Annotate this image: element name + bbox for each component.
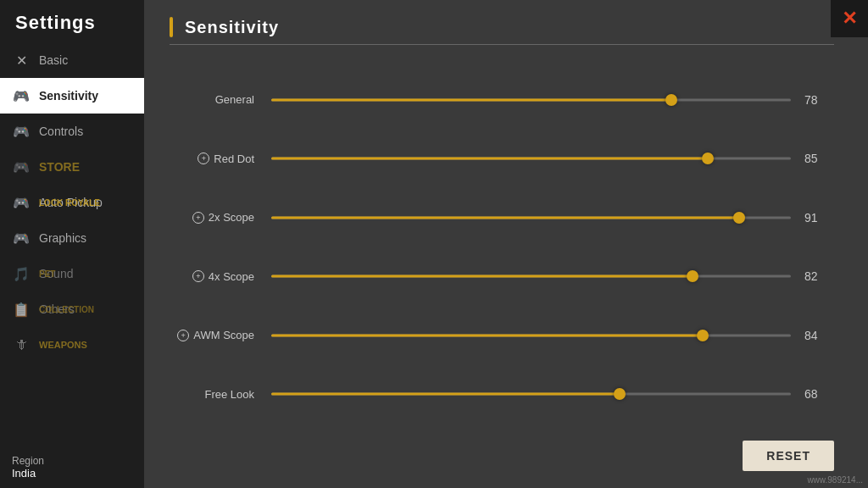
close-icon: ✕ xyxy=(842,9,857,28)
slider-label-red-dot: +Red Dot xyxy=(170,152,254,165)
region-label: Region xyxy=(12,455,132,467)
sidebar-item-graphics[interactable]: 🎮 Graphics xyxy=(0,220,144,256)
sidebar-item-label-sound: Sound xyxy=(39,267,73,280)
sidebar-item-label-weapons: WEAPONS xyxy=(39,340,87,350)
graphics-icon: 🎮 xyxy=(12,229,31,247)
sidebar-item-weapons[interactable]: 🗡 WEAPONS xyxy=(0,327,144,363)
sidebar-item-sensitivity[interactable]: 🎮 Sensitivity xyxy=(0,78,144,114)
weapons-icon: 🗡 xyxy=(12,336,31,354)
slider-thumb[interactable] xyxy=(614,388,626,400)
slider-row-free-look[interactable]: Free Look68 xyxy=(170,387,834,401)
controls-icon: 🎮 xyxy=(12,122,31,141)
sidebar-item-store[interactable]: 🎮 STORE xyxy=(0,149,144,185)
slider-track-red-dot[interactable] xyxy=(271,156,791,161)
sidebar-item-others[interactable]: 📋 Others COLLECTION xyxy=(0,291,144,327)
autopickup-icon: 🎮 xyxy=(12,193,31,212)
sidebar-item-label-graphics: Graphics xyxy=(39,231,86,245)
reset-button[interactable]: RESET xyxy=(743,441,834,471)
slider-row-red-dot[interactable]: +Red Dot85 xyxy=(170,152,834,165)
store-icon: 🎮 xyxy=(12,158,31,176)
scope-icon-2x-scope: + xyxy=(192,212,204,224)
slider-value-free-look: 68 xyxy=(804,387,834,401)
section-title: Sensitivity xyxy=(185,18,279,37)
slider-row-2x-scope[interactable]: +2x Scope91 xyxy=(170,211,834,225)
sidebar-item-label-basic: Basic xyxy=(39,53,68,67)
slider-track-4x-scope[interactable] xyxy=(271,274,791,279)
sliders-container: General78+Red Dot85+2x Scope91+4x Scope8… xyxy=(170,62,834,432)
slider-thumb[interactable] xyxy=(733,212,745,224)
sidebar-item-basic[interactable]: ✕ Basic xyxy=(0,42,144,78)
sound-icon: 🎵 xyxy=(12,264,31,283)
others-icon: 📋 xyxy=(12,300,31,319)
slider-value-2x-scope: 91 xyxy=(804,211,834,225)
section-header: Sensitivity xyxy=(170,17,834,45)
slider-label-general: General xyxy=(170,93,254,106)
slider-track-awm-scope[interactable] xyxy=(271,333,791,338)
slider-track-fill xyxy=(271,393,620,396)
app-title: Settings xyxy=(0,0,144,42)
sidebar-item-label-others: Others xyxy=(39,302,75,316)
scope-icon-4x-scope: + xyxy=(192,270,204,282)
slider-row-4x-scope[interactable]: +4x Scope82 xyxy=(170,269,834,283)
slider-track-general[interactable] xyxy=(271,97,791,103)
sidebar-item-controls[interactable]: 🎮 Controls xyxy=(0,114,144,149)
slider-thumb[interactable] xyxy=(697,330,709,341)
slider-track-fill xyxy=(271,98,671,101)
slider-track-2x-scope[interactable] xyxy=(271,215,791,220)
slider-thumb[interactable] xyxy=(702,152,714,164)
sidebar-item-label-controls: Controls xyxy=(39,125,83,138)
slider-label-awm-scope: +AWM Scope xyxy=(170,329,254,341)
watermark: www.989214... xyxy=(807,475,863,485)
slider-track-fill xyxy=(271,158,708,160)
slider-track-fill xyxy=(271,216,739,219)
slider-track-fill xyxy=(271,275,693,278)
slider-value-general: 78 xyxy=(804,93,834,107)
slider-row-awm-scope[interactable]: +AWM Scope84 xyxy=(170,329,834,342)
slider-label-4x-scope: +4x Scope xyxy=(170,270,254,283)
close-button[interactable]: ✕ xyxy=(831,0,868,37)
sidebar-item-sound[interactable]: 🎵 Sound PET xyxy=(0,256,144,291)
region-value: India xyxy=(12,467,132,480)
sidebar-item-autopickup[interactable]: 🎮 Auto Pickup LOCK ROYALE xyxy=(0,185,144,220)
sidebar-item-label-store: STORE xyxy=(39,160,80,174)
main-content: Sensitivity General78+Red Dot85+2x Scope… xyxy=(144,0,868,488)
sidebar: Settings ✕ Basic 🎮 Sensitivity 🎮 Control… xyxy=(0,0,144,488)
sidebar-bottom: Region India xyxy=(0,446,144,488)
reset-area: RESET xyxy=(170,432,834,471)
slider-value-red-dot: 85 xyxy=(804,152,834,165)
slider-thumb[interactable] xyxy=(665,94,677,106)
basic-icon: ✕ xyxy=(12,51,31,69)
slider-label-2x-scope: +2x Scope xyxy=(170,211,254,224)
slider-track-free-look[interactable] xyxy=(271,391,791,396)
slider-value-4x-scope: 82 xyxy=(804,269,834,283)
slider-row-general[interactable]: General78 xyxy=(170,93,834,107)
slider-track-fill xyxy=(271,334,703,336)
sidebar-item-label-autopickup: Auto Pickup xyxy=(39,196,103,209)
sidebar-item-label-sensitivity: Sensitivity xyxy=(39,89,98,103)
sensitivity-icon: 🎮 xyxy=(12,86,31,105)
scope-icon-awm-scope: + xyxy=(177,330,189,341)
slider-value-awm-scope: 84 xyxy=(804,329,834,342)
slider-thumb[interactable] xyxy=(687,270,698,282)
section-bar xyxy=(170,17,173,37)
scope-icon-red-dot: + xyxy=(198,152,209,164)
slider-label-free-look: Free Look xyxy=(170,388,254,401)
